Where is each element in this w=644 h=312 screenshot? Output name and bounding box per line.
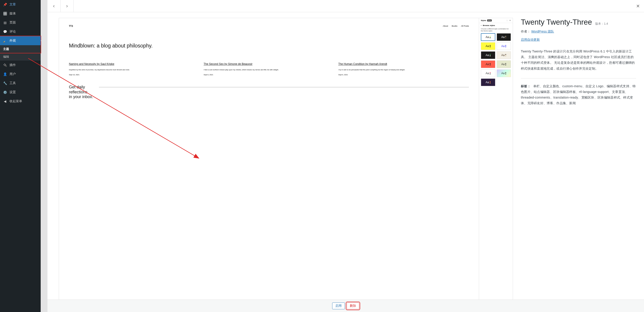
- preview-divider: [99, 87, 469, 87]
- sidebar-item-comments[interactable]: 💬 评论: [0, 27, 41, 36]
- style-swatch: Aa: [481, 51, 495, 59]
- style-swatch: Aa: [481, 42, 495, 50]
- close-modal-button[interactable]: ✕: [632, 0, 644, 12]
- modal-body: TT3 About Books All Posts Mindblown: a b…: [48, 12, 644, 299]
- preview-post-excerpt: I try in vain to be persuaded that the p…: [338, 69, 469, 71]
- preview-cta: Get daily reflections in your inbox.: [69, 85, 93, 100]
- sidebar-label: 插件: [10, 63, 16, 67]
- style-swatch: Aa: [481, 33, 495, 41]
- sidebar-item-appearance[interactable]: 🖌️ 外观: [0, 36, 41, 45]
- appearance-submenu: 主题: [0, 45, 41, 53]
- sidebar-label: 收起菜单: [10, 99, 22, 103]
- preview-main: TT3 About Books All Posts Mindblown: a b…: [59, 18, 479, 299]
- preview-post: The Human Condition by Hannah Arendt I t…: [338, 62, 469, 76]
- theme-author: 作者： WordPress 团队: [521, 30, 636, 34]
- modal-footer: 启用 删除: [48, 299, 644, 312]
- style-swatch: Aa: [481, 79, 495, 86]
- main-content: 感谢使用 WordPress 进行创造 ‹ › ✕ TT3: [41, 0, 644, 312]
- theme-screenshot-wrap: TT3 About Books All Posts Mindblown: a b…: [59, 18, 513, 299]
- sidebar-label: 页面: [10, 21, 16, 25]
- comment-icon: 💬: [3, 29, 7, 34]
- sidebar-label: 媒体: [10, 12, 16, 16]
- theme-title: Twenty Twenty-Three: [521, 18, 592, 26]
- preview-nav-item: About: [443, 25, 448, 27]
- style-swatch: Aa: [497, 42, 511, 50]
- browse-styles-label: Browse styles: [483, 25, 495, 27]
- modal-header: ‹ › ✕: [48, 0, 644, 12]
- sidebar-item-collapse[interactable]: ◀ 收起菜单: [0, 97, 41, 106]
- preview-post-excerpt: Inspirited by this wind of promise, my d…: [69, 69, 200, 71]
- styles-title: Styles: [481, 20, 486, 22]
- style-swatch: Aa: [481, 60, 495, 68]
- theme-version: 版本：1.4: [595, 22, 608, 25]
- media-icon: 🎛️: [3, 11, 7, 16]
- preview-post-date: Sept 6, 2021: [338, 74, 469, 76]
- preview-nav: About Books All Posts: [443, 25, 469, 27]
- settings-icon: ⚙️: [3, 90, 7, 95]
- sidebar-item-media[interactable]: 🎛️ 媒体: [0, 9, 41, 18]
- style-swatch: Aa: [497, 60, 511, 68]
- preview-post-title: Naming and Necessity by Saul Kripke: [69, 62, 200, 66]
- sidebar-label: 文章: [10, 3, 16, 7]
- sidebar-item-plugins[interactable]: 🔌 插件: [0, 61, 41, 70]
- style-swatch: Aa: [497, 69, 511, 77]
- sidebar-label: 设置: [10, 90, 16, 94]
- sidebar-sub-editor[interactable]: 编辑: [0, 53, 41, 61]
- divider: [521, 78, 636, 79]
- sidebar-item-posts[interactable]: 📌 文章: [0, 0, 41, 9]
- preview-post-date: Sept 8, 2021: [204, 74, 334, 76]
- collapse-icon: ◀: [3, 99, 7, 104]
- style-swatch: Aa: [497, 51, 511, 59]
- beta-badge: Beta: [487, 20, 492, 22]
- sidebar-item-users[interactable]: 👤 用户: [0, 70, 41, 79]
- author-link[interactable]: WordPress 团队: [531, 30, 554, 33]
- preview-post: Naming and Necessity by Saul Kripke Insp…: [69, 62, 200, 76]
- delete-button[interactable]: 删除: [347, 302, 359, 309]
- sidebar-sub-themes[interactable]: 主题: [0, 45, 41, 53]
- sidebar-item-pages[interactable]: ▤ 页面: [0, 18, 41, 27]
- styles-grid: AaAaAaAaAaAaAaAaAaAaAa: [479, 33, 513, 86]
- preview-post-date: Sept 10, 2021: [69, 74, 200, 76]
- prev-theme-button[interactable]: ‹: [48, 0, 60, 12]
- preview-hero: Mindblown: a blog about philosophy.: [69, 43, 469, 49]
- styles-desc: Choose a different style combination for…: [479, 28, 513, 33]
- page-icon: ▤: [3, 20, 7, 25]
- sidebar-label: 评论: [10, 30, 16, 34]
- user-icon: 👤: [3, 72, 7, 76]
- theme-details: Twenty Twenty-Three 版本：1.4 作者： WordPress…: [521, 18, 636, 299]
- theme-tags: 标签：单栏、自定义颜色、custom-menu、自定义 Logo、编辑器样式支持…: [521, 83, 636, 106]
- appearance-submenu-rest: 编辑: [0, 53, 41, 61]
- preview-post-title: The Human Condition by Hannah Arendt: [338, 62, 469, 66]
- pin-icon: 📌: [3, 2, 7, 7]
- close-icon: ✕: [509, 20, 511, 22]
- theme-screenshot: TT3 About Books All Posts Mindblown: a b…: [59, 18, 513, 299]
- next-theme-button[interactable]: ›: [60, 0, 74, 12]
- preview-post-excerpt: I feel a cold northern breeze play upon …: [204, 69, 334, 71]
- preview-post-title: The Second Sex by Simone de Beauvoir: [204, 62, 334, 66]
- close-icon: ✕: [636, 4, 640, 9]
- sidebar-item-tools[interactable]: 🔧 工具: [0, 79, 41, 88]
- plugin-icon: 🔌: [3, 63, 7, 67]
- chevron-right-icon: ›: [66, 3, 68, 9]
- preview-posts: Naming and Necessity by Saul Kripke Insp…: [69, 62, 469, 76]
- wrench-icon: 🔧: [3, 81, 7, 86]
- style-swatch: Aa: [481, 69, 495, 77]
- more-icon: ⋮: [506, 20, 508, 22]
- admin-sidebar: 📌 文章 🎛️ 媒体 ▤ 页面 💬 评论 🖌️ 外观 主题 编辑 🔌 插件 👤 …: [0, 0, 41, 312]
- preview-logo: TT3: [69, 25, 73, 27]
- enable-auto-update-link[interactable]: 启用自动更新: [521, 38, 540, 42]
- theme-description: Twenty Twenty-Three 的设计只在充分利用 WordPress …: [521, 49, 636, 72]
- preview-nav-item: All Posts: [461, 25, 469, 27]
- brush-icon: 🖌️: [3, 39, 7, 43]
- chevron-left-icon: ‹: [53, 3, 55, 9]
- sidebar-label: 外观: [10, 39, 16, 43]
- preview-styles-panel: Styles Beta ⋮ ✕ ‹ Browse styles Choose a…: [479, 18, 513, 299]
- activate-button[interactable]: 启用: [332, 302, 345, 309]
- sidebar-label: 工具: [10, 81, 16, 85]
- preview-nav-item: Books: [452, 25, 457, 27]
- theme-details-modal: ‹ › ✕ TT3 About Books: [48, 0, 644, 312]
- chevron-left-icon: ‹: [481, 25, 482, 27]
- appearance-highlighted-group: 🖌️ 外观 主题: [0, 36, 41, 53]
- style-swatch: Aa: [497, 33, 511, 41]
- sidebar-item-settings[interactable]: ⚙️ 设置: [0, 88, 41, 97]
